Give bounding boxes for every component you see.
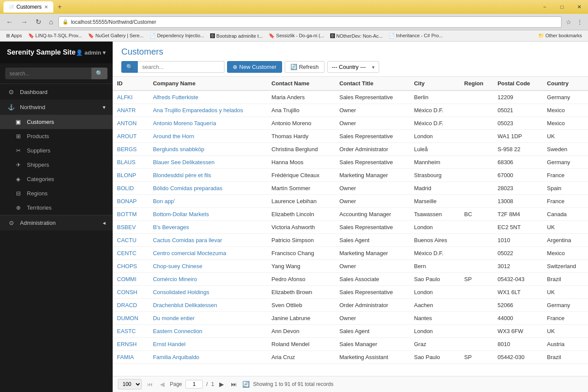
- search-btn[interactable]: 🔍: [121, 61, 138, 73]
- minimize-btn[interactable]: −: [536, 0, 553, 14]
- cell-company[interactable]: Ana Trujillo Emparedados y helados: [149, 104, 267, 117]
- cell-company[interactable]: Alfreds Futterkiste: [149, 91, 267, 104]
- sidebar-item-label-dashboard: Dashboard: [20, 89, 48, 95]
- sidebar-item-suppliers[interactable]: ✂ Suppliers: [0, 143, 113, 158]
- cell-id[interactable]: BLONP: [113, 169, 149, 182]
- new-customer-btn[interactable]: ⊕ New Customer: [227, 61, 282, 73]
- cell-company[interactable]: B's Beverages: [149, 221, 267, 234]
- cell-id[interactable]: DRACD: [113, 299, 149, 312]
- search-input[interactable]: [138, 61, 224, 73]
- tab-close-btn[interactable]: ✕: [44, 4, 48, 10]
- sidebar-item-shippers[interactable]: ✈ Shippers: [0, 158, 113, 172]
- cell-id[interactable]: ANTON: [113, 117, 149, 130]
- sidebar-item-dashboard[interactable]: ⊙ Dashboard: [0, 84, 113, 100]
- table-row: BONAP Bon app' Laurence Lebihan Owner Ma…: [113, 195, 588, 208]
- cell-id[interactable]: BONAP: [113, 195, 149, 208]
- cell-id[interactable]: BLAUS: [113, 156, 149, 169]
- country-filter[interactable]: --- Country --- Germany Mexico UK France…: [327, 61, 379, 73]
- sidebar-item-label-territories: Territories: [27, 204, 52, 211]
- cell-id[interactable]: CONSH: [113, 286, 149, 299]
- cell-company[interactable]: Comércio Mineiro: [149, 273, 267, 286]
- cell-company[interactable]: Around the Horn: [149, 130, 267, 143]
- cell-title: Sales Representative: [335, 156, 409, 169]
- sidebar-item-regions[interactable]: ⊟ Regions: [0, 186, 113, 201]
- cell-id[interactable]: EASTC: [113, 325, 149, 338]
- cell-company[interactable]: Blauer See Delikatessen: [149, 156, 267, 169]
- cell-company[interactable]: Familia Arquibaldo: [149, 351, 267, 364]
- bookmark-bootstrap[interactable]: 🅱 Bootstrap adminlte t...: [208, 32, 265, 39]
- cell-title: Owner: [335, 104, 409, 117]
- bookmark-other[interactable]: 📁 Other bookmarks: [536, 32, 585, 39]
- cell-id[interactable]: CACTU: [113, 234, 149, 247]
- table-row: BSBEV B's Beverages Victoria Ashworth Sa…: [113, 221, 588, 234]
- sidebar-search-btn[interactable]: 🔍: [91, 68, 107, 79]
- cell-id[interactable]: FAMIA: [113, 351, 149, 364]
- cell-company[interactable]: Blondesddsl père et fils: [149, 169, 267, 182]
- last-page-btn[interactable]: ⏭: [229, 380, 239, 389]
- cell-id[interactable]: BERGS: [113, 143, 149, 156]
- browser-toolbar-icons: ☆ ⋮: [564, 18, 585, 26]
- cell-company[interactable]: Bottom-Dollar Markets: [149, 208, 267, 221]
- page-label: Page: [170, 381, 182, 387]
- new-tab-btn[interactable]: +: [58, 3, 62, 11]
- bookmark-notherdev[interactable]: 🅱 NOtherDev: Non-Ac...: [328, 32, 385, 39]
- reload-btn[interactable]: ↻: [33, 17, 44, 27]
- user-menu[interactable]: 👤 admin ▾: [76, 49, 106, 56]
- bookmark-linq[interactable]: 🔖 LINQ-to-T-SQL Prov...: [26, 32, 85, 39]
- sidebar-item-products[interactable]: ⊞ Products: [0, 129, 113, 143]
- cell-id[interactable]: BOTTM: [113, 208, 149, 221]
- cell-company[interactable]: Berglunds snabbköp: [149, 143, 267, 156]
- home-btn[interactable]: ⌂: [46, 17, 56, 27]
- sidebar: Serenity Sample Site 👤 admin ▾ 🔍 ⊙ Dashb…: [0, 42, 113, 392]
- bookmark-sessizlik[interactable]: 🔖 Sessizlik - Do-ga-ni (...: [266, 32, 327, 39]
- refresh-btn[interactable]: 🔄 Refresh: [285, 61, 325, 73]
- cell-company[interactable]: Du monde entier: [149, 312, 267, 325]
- sidebar-item-administration[interactable]: ⊙ Administration ◂: [0, 215, 113, 230]
- cell-company[interactable]: Bon app': [149, 195, 267, 208]
- page-size-select[interactable]: 10 20 50 100 200: [118, 379, 142, 389]
- bookmark-inheritance[interactable]: 📄 Inheritance - C# Pro...: [386, 32, 445, 39]
- cell-id[interactable]: BOLID: [113, 182, 149, 195]
- cell-company[interactable]: Centro comercial Moctezuma: [149, 247, 267, 260]
- browser-menu-btn[interactable]: ⋮: [575, 18, 585, 26]
- sidebar-item-categories[interactable]: ◈ Categories: [0, 172, 113, 186]
- cell-id[interactable]: ERNSH: [113, 338, 149, 351]
- bookmark-nuget[interactable]: 🔖 NuGet Gallery | Sere...: [85, 32, 146, 39]
- sidebar-item-northwind[interactable]: ⚓ Northwind ▾: [0, 100, 113, 115]
- cell-id[interactable]: CENTC: [113, 247, 149, 260]
- cell-id[interactable]: AROUT: [113, 130, 149, 143]
- cell-company[interactable]: Eastern Connection: [149, 325, 267, 338]
- close-btn[interactable]: ✕: [571, 0, 588, 14]
- cell-id[interactable]: ALFKI: [113, 91, 149, 104]
- next-page-btn[interactable]: ▶: [218, 380, 226, 389]
- cell-company[interactable]: Drachenblut Delikatessen: [149, 299, 267, 312]
- cell-company[interactable]: Consolidated Holdings: [149, 286, 267, 299]
- cell-id[interactable]: ANATR: [113, 104, 149, 117]
- back-btn[interactable]: ←: [3, 17, 16, 27]
- cell-company[interactable]: Chop-suey Chinese: [149, 260, 267, 273]
- cell-company[interactable]: Ernst Handel: [149, 338, 267, 351]
- cell-company[interactable]: Bólido Comidas preparadas: [149, 182, 267, 195]
- sidebar-item-territories[interactable]: ⊕ Territories: [0, 201, 113, 215]
- status-refresh-icon: 🔄: [242, 381, 250, 388]
- bookmark-star-btn[interactable]: ☆: [564, 18, 573, 26]
- maximize-btn[interactable]: □: [553, 0, 571, 14]
- cell-id[interactable]: DUMON: [113, 312, 149, 325]
- address-bar[interactable]: 🔒 localhost:55555/Northwind/Customer: [58, 16, 562, 28]
- page-input[interactable]: [185, 380, 203, 389]
- cell-id[interactable]: COMMI: [113, 273, 149, 286]
- cell-id[interactable]: BSBEV: [113, 221, 149, 234]
- cell-id[interactable]: CHOPS: [113, 260, 149, 273]
- bookmark-apps[interactable]: ⊞ Apps: [3, 32, 25, 39]
- prev-page-btn[interactable]: ◀: [158, 380, 166, 389]
- table-row: BLAUS Blauer See Delikatessen Hanna Moos…: [113, 156, 588, 169]
- cell-company[interactable]: Antonio Moreno Taquería: [149, 117, 267, 130]
- table-row: DRACD Drachenblut Delikatessen Sven Ottl…: [113, 299, 588, 312]
- forward-btn[interactable]: →: [18, 17, 30, 27]
- first-page-btn[interactable]: ⏮: [145, 380, 155, 389]
- sidebar-search-input[interactable]: [5, 68, 91, 79]
- bookmark-di[interactable]: 📄 Dependency Injectio...: [147, 32, 207, 39]
- cell-company[interactable]: Cactus Comidas para llevar: [149, 234, 267, 247]
- browser-tab[interactable]: 📄 Customers ✕: [3, 1, 53, 13]
- sidebar-item-customers[interactable]: ▣ Customers: [0, 115, 113, 129]
